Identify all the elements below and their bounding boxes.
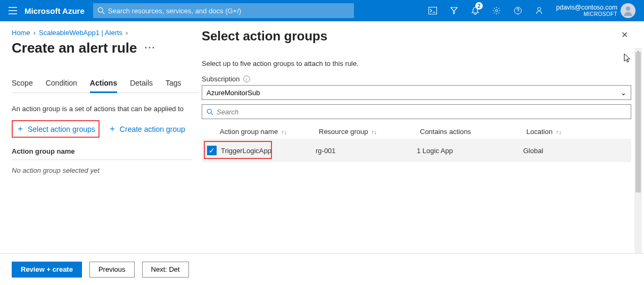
svg-point-3 [496,10,498,12]
sort-icon: ↑↓ [371,129,377,135]
page-title: Create an alert rule ··· [12,40,202,56]
row-contains: 1 Logic App [417,147,453,155]
action-groups-table: Action group name↑↓ Resource group↑↓ Con… [202,124,631,162]
global-search[interactable] [93,3,354,18]
action-group-search[interactable] [202,104,631,119]
page-title-text: Create an alert rule [12,40,137,56]
account-tenant: MICROSOFT [583,11,617,18]
sort-icon: ↑↓ [281,129,287,135]
breadcrumb-item-app[interactable]: ScaleableWebApp1 | Alerts [39,29,122,37]
actions-description: An action group is a set of actions that… [12,105,202,113]
svg-line-1 [102,12,104,14]
help-icon[interactable] [507,0,529,21]
feedback-icon[interactable] [529,0,550,21]
azure-topbar: Microsoft Azure 2 pdavis@contoso.com MIC… [0,0,644,21]
column-header-action-group-name: Action group name [12,147,193,160]
svg-point-0 [98,7,103,12]
next-button[interactable]: Next: Det [142,262,189,278]
global-search-input[interactable] [108,7,350,15]
close-icon[interactable]: ✕ [621,30,628,40]
notifications-badge: 2 [475,2,483,10]
avatar[interactable] [621,3,635,18]
chevron-right-icon: › [34,29,36,37]
svg-point-7 [207,109,211,113]
table-header-row: Action group name↑↓ Resource group↑↓ Con… [202,124,631,139]
row-rg: rg-001 [316,147,336,155]
account-email: pdavis@contoso.com [556,4,617,11]
svg-point-6 [626,6,630,11]
previous-button[interactable]: Previous [89,262,135,278]
create-action-group-button[interactable]: ＋ Create action group [107,120,186,138]
plus-icon: ＋ [108,123,117,135]
breadcrumb: Home › ScaleableWebApp1 | Alerts › [12,29,202,37]
col-location[interactable]: Location↑↓ [526,128,612,136]
svg-point-5 [538,7,541,11]
scrollbar-thumb[interactable] [635,52,641,192]
panel-subtitle: Select up to five action groups to attac… [202,60,631,68]
tab-actions[interactable]: Actions [90,79,117,93]
info-icon[interactable]: i [243,76,250,82]
directories-filter-icon[interactable] [443,0,465,21]
col-resource-group[interactable]: Resource group↑↓ [319,128,420,136]
svg-rect-2 [429,7,437,14]
cloud-shell-icon[interactable] [422,0,443,21]
hamburger-menu-icon[interactable] [4,2,21,19]
subscription-value: AzureMonitorSub [207,89,260,97]
wizard-tabs: Scope Condition Actions Details Tags [12,79,202,93]
review-create-button[interactable]: Review + create [12,262,82,278]
highlight-box [204,141,272,159]
subscription-label: Subscription i [202,75,631,83]
tab-condition[interactable]: Condition [46,79,77,93]
table-row[interactable]: ✓ TriggerLogicApp rg-001 1 Logic App Glo… [202,139,631,162]
panel-scrollbar[interactable]: ▲ ▼ [634,48,642,274]
action-group-search-input[interactable] [217,108,626,116]
chevron-right-icon: › [126,29,128,37]
tab-tags[interactable]: Tags [166,79,181,93]
brand-label[interactable]: Microsoft Azure [24,6,85,15]
tab-details[interactable]: Details [130,79,153,93]
create-action-group-label: Create action group [120,125,185,133]
tab-scope[interactable]: Scope [12,79,33,93]
select-action-groups-label: Select action groups [28,125,95,133]
plus-icon: ＋ [16,123,24,135]
col-contains-actions[interactable]: Contains actions [420,128,526,136]
mouse-cursor-icon [624,53,631,63]
subscription-dropdown[interactable]: AzureMonitorSub ⌄ [202,85,631,100]
select-action-groups-button[interactable]: ＋ Select action groups [12,120,100,138]
svg-line-8 [211,113,213,115]
panel-title: Select action groups [202,29,631,44]
settings-icon[interactable] [486,0,507,21]
more-actions-icon[interactable]: ··· [145,43,156,54]
notifications-icon[interactable]: 2 [465,0,486,21]
col-action-group-name[interactable]: Action group name↑↓ [202,128,319,136]
account-block[interactable]: pdavis@contoso.com MICROSOFT [556,4,617,18]
row-location: Global [523,147,543,155]
wizard-footer: Review + create Previous Next: Det [0,253,644,285]
sort-icon: ↑↓ [556,129,562,135]
chevron-down-icon: ⌄ [621,89,626,97]
breadcrumb-item-home[interactable]: Home [12,29,30,37]
select-action-groups-panel: Select action groups ✕ Select up to five… [199,21,644,285]
empty-state-message: No action group selected yet [12,166,202,174]
topbar-icons: 2 [422,0,550,21]
